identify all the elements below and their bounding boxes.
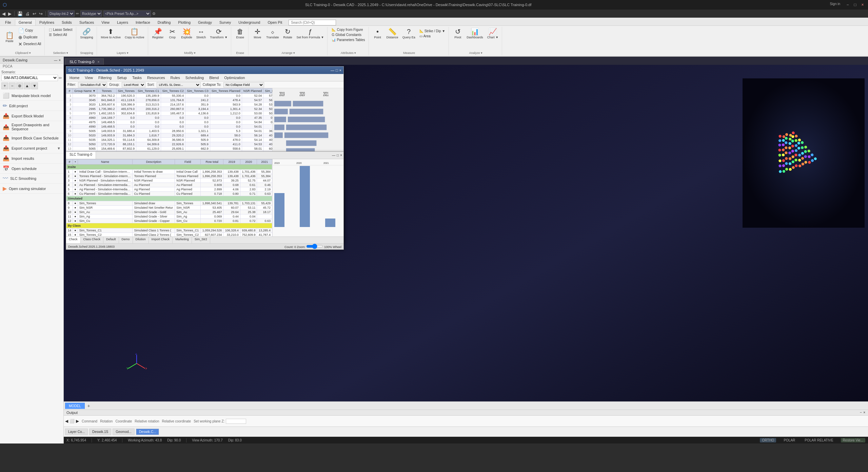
sched-maximize-icon[interactable]: □ (336, 68, 338, 72)
tab-underground[interactable]: Underground (235, 19, 264, 25)
sched-minimize-icon[interactable]: — (331, 68, 334, 72)
close-button[interactable]: × (860, 2, 865, 7)
set-from-formula-button[interactable]: ƒ Set from Formula ▼ (295, 27, 325, 40)
summary-zoom-slider[interactable] (306, 245, 323, 248)
tab-interface[interactable]: Interface (132, 19, 154, 25)
tab-openpit[interactable]: Open Pit (264, 19, 286, 25)
export-block-model-item[interactable]: 📤 Export Block Model (0, 111, 63, 121)
preset-dropdown[interactable]: <Pick Preset To Ap...> (103, 11, 151, 17)
qa-back-button[interactable]: ◀ (1, 11, 6, 16)
layer-tab-deswik1s[interactable]: Deswik.1S (89, 429, 111, 435)
qa-save-button[interactable]: 💾 (17, 11, 23, 16)
sum-demo-tab[interactable]: Demo (119, 237, 133, 243)
stretch-button[interactable]: ↔ Stretch (195, 27, 208, 40)
collapse-select[interactable]: No Collapse Field (223, 82, 264, 88)
explode-button[interactable]: 💥 Explode (180, 27, 194, 40)
export-current-project-item[interactable]: 📤 Export current project ▼ (0, 143, 63, 153)
sum-class-check-tab[interactable]: Class Check (81, 237, 104, 243)
tab-survey[interactable]: Survey (216, 19, 235, 25)
sched-close-icon[interactable]: × (339, 68, 341, 72)
polar-button[interactable]: POLAR (782, 438, 797, 442)
parameters-tables-button[interactable]: 📊 Parameters Tables (330, 38, 366, 42)
sum-dilution-tab[interactable]: Dilution (133, 237, 149, 243)
deselect-all-button[interactable]: ✕ Deselect All (17, 41, 42, 47)
doc-tab-close-icon[interactable]: × (97, 60, 99, 64)
select-all-button[interactable]: ☰ Select All (47, 33, 74, 37)
move-button[interactable]: ✛ Move (251, 27, 263, 40)
sched-scheduling-btn[interactable]: Scheduling (183, 75, 206, 80)
translate-button[interactable]: ⬦ Translate (265, 27, 280, 40)
sched-rules-btn[interactable]: Rules (169, 75, 182, 80)
layer-tab-deswikc[interactable]: Deswik.C... (136, 429, 159, 435)
tab-file[interactable]: File (1, 19, 15, 25)
ortho-button[interactable]: ORTHO (760, 438, 776, 442)
sched-resources-btn[interactable]: Resources (145, 75, 167, 80)
dashboards-button[interactable]: 📊 Dashboards (465, 27, 485, 40)
tab-drafting[interactable]: Drafting (154, 19, 175, 25)
paste-button[interactable]: 📋 Paste (3, 31, 16, 43)
summary-minimize-icon[interactable]: — (332, 153, 335, 157)
erase-button[interactable]: 🗑 Erase (234, 27, 246, 40)
sched-optimization-btn[interactable]: Optimization (222, 75, 247, 80)
copy-from-figure-button[interactable]: 📐 Copy from Figure (330, 27, 366, 32)
scenario-select[interactable]: SIM-INT2-DRAWCALL (1, 75, 58, 81)
qa-undo-button[interactable]: ↩ (32, 11, 37, 16)
area-button[interactable]: ▭ Area (418, 34, 447, 38)
sort-select[interactable]: LEVEL SL Desc... (157, 82, 201, 88)
copy-to-active-button[interactable]: 📋 Copy to Active (123, 27, 146, 40)
rotate-button[interactable]: ↻ Rotate (281, 27, 294, 40)
transform-button[interactable]: ⟳ Transform ▼ (209, 27, 229, 40)
layer-tab-layerco[interactable]: Layer Co... (65, 429, 88, 435)
search-input[interactable] (289, 20, 336, 25)
summary-maximize-icon[interactable]: □ (337, 153, 339, 157)
import-results-item[interactable]: 📥 Import results (0, 153, 63, 164)
qa-redo-button[interactable]: ↪ (38, 11, 43, 16)
polar-relative-button[interactable]: POLAR RELATIVE (803, 438, 835, 442)
point-button[interactable]: • Point (372, 27, 384, 40)
open-schedule-item[interactable]: 📅 Open schedule (0, 164, 63, 174)
open-caving-simulator-item[interactable]: ▶ Open caving simulator (0, 184, 63, 194)
output-icon3[interactable]: ▶ (76, 419, 79, 423)
crop-button[interactable]: ✂ Crop (166, 27, 178, 40)
import-block-cave-item[interactable]: 📥 Import Block Cave Schedule (0, 133, 63, 143)
model-tab-add-button[interactable]: + (85, 402, 92, 409)
sum-marketing-tab[interactable]: Marketing (173, 237, 192, 243)
copy-button[interactable]: 📄 Copy (17, 27, 42, 34)
summary-close-icon[interactable]: × (340, 153, 342, 157)
edit-project-item[interactable]: ✏ Edit project (0, 101, 63, 111)
sum-import-check-tab[interactable]: Import Check (149, 237, 173, 243)
move-to-active-button[interactable]: ⬆ Move to Active (100, 27, 122, 40)
summary-tab-main[interactable]: SLC Training-0 (66, 152, 96, 159)
window-controls[interactable]: Sign in − □ × (830, 2, 865, 7)
output-minimize-icon[interactable]: − (860, 411, 862, 415)
tab-solids[interactable]: Solids (58, 19, 76, 25)
sched-tasks-btn[interactable]: Tasks (130, 75, 144, 80)
left-panel-close-icon[interactable]: × (59, 58, 61, 62)
slc-smoothing-item[interactable]: 〰 SLC Smoothing (0, 174, 63, 184)
tab-geology[interactable]: Geology (194, 19, 216, 25)
pivot-button[interactable]: ↺ Pivot (452, 27, 464, 40)
strike-dip-button[interactable]: 📐 Strike / Dip ▼ (418, 29, 447, 33)
sum-simstr2-tab[interactable]: Sim_Str2 (192, 237, 210, 243)
sign-in-button[interactable]: Sign in (830, 2, 840, 7)
tab-plotting[interactable]: Plotting (174, 19, 194, 25)
scenario-up-button[interactable]: ▲ (24, 82, 31, 89)
tab-view[interactable]: View (98, 19, 113, 25)
query-ea-button[interactable]: ? Query Ea (401, 27, 417, 40)
group-select[interactable]: Level-Rost (122, 82, 145, 88)
maximize-button[interactable]: □ (852, 2, 858, 7)
output-icon2[interactable]: ⬜ (70, 419, 75, 423)
sum-check-tab[interactable]: Check (66, 237, 81, 243)
tab-polylines[interactable]: Polylines (36, 19, 58, 25)
snapping-button[interactable]: 🔗 Snapping (79, 27, 95, 40)
summary-table-area[interactable]: # • Name Description Field Row total 201… (66, 159, 272, 237)
doc-tab-slc[interactable]: SLC Training-0 × (65, 58, 104, 65)
scenario-edit-icon[interactable]: ✏ (59, 76, 62, 80)
scenario-delete-button[interactable]: − (9, 82, 16, 89)
layer-tab-geomod[interactable]: Geomod... (113, 429, 135, 435)
model-tab-main[interactable]: MODEL (65, 403, 85, 409)
output-close-icon[interactable]: × (863, 411, 865, 415)
chart-button[interactable]: 📈 Chart ▼ (486, 27, 500, 40)
sum-default-tab[interactable]: Default (103, 237, 119, 243)
export-drawpoints-item[interactable]: 📤 Export Drawpoints and Sequence (0, 121, 63, 133)
